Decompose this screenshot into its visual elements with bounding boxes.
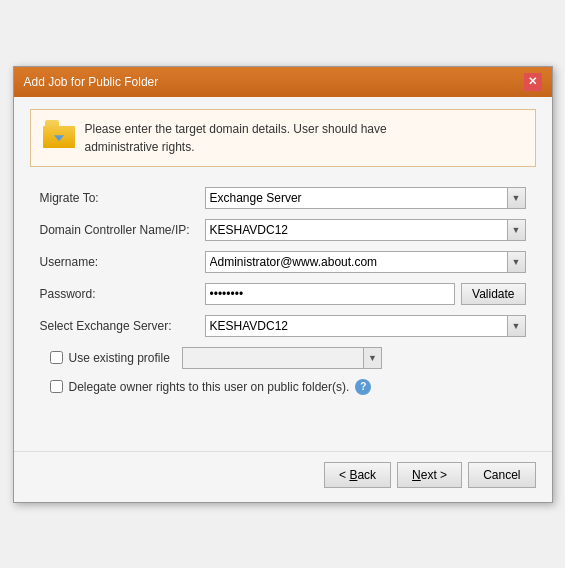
validate-button[interactable]: Validate bbox=[461, 283, 525, 305]
info-box: Please enter the target domain details. … bbox=[30, 109, 536, 167]
migrate-to-control: ▼ bbox=[205, 187, 526, 209]
close-button[interactable]: ✕ bbox=[524, 73, 542, 91]
username-row: Username: ▼ bbox=[40, 251, 526, 273]
exchange-server-dropdown-btn[interactable]: ▼ bbox=[507, 316, 525, 336]
password-control: Validate bbox=[205, 283, 526, 305]
help-icon[interactable]: ? bbox=[355, 379, 371, 395]
domain-input[interactable] bbox=[206, 220, 507, 240]
domain-combo[interactable]: ▼ bbox=[205, 219, 526, 241]
exchange-server-control: ▼ bbox=[205, 315, 526, 337]
window-title: Add Job for Public Folder bbox=[24, 75, 159, 89]
profile-combo: ▼ bbox=[182, 347, 382, 369]
dropdown-arrow-icon: ▼ bbox=[512, 193, 521, 203]
info-text: Please enter the target domain details. … bbox=[85, 120, 387, 156]
delegate-checkbox[interactable] bbox=[50, 380, 63, 393]
next-button[interactable]: Next > bbox=[397, 462, 462, 488]
dropdown-arrow-icon3: ▼ bbox=[512, 257, 521, 267]
domain-label: Domain Controller Name/IP: bbox=[40, 223, 205, 237]
username-input[interactable] bbox=[206, 252, 507, 272]
form-area: Migrate To: ▼ Domain Controller Name/IP: bbox=[30, 187, 536, 395]
content-area: Please enter the target domain details. … bbox=[14, 97, 552, 411]
use-existing-profile-label: Use existing profile bbox=[69, 351, 170, 365]
back-button[interactable]: < Back bbox=[324, 462, 391, 488]
exchange-server-input[interactable] bbox=[206, 316, 507, 336]
migrate-to-input[interactable] bbox=[206, 188, 507, 208]
title-bar: Add Job for Public Folder ✕ bbox=[14, 67, 552, 97]
profile-dropdown-btn: ▼ bbox=[363, 348, 381, 368]
password-row: Password: Validate bbox=[40, 283, 526, 305]
username-combo[interactable]: ▼ bbox=[205, 251, 526, 273]
dropdown-arrow-icon5: ▼ bbox=[368, 353, 377, 363]
username-dropdown-btn[interactable]: ▼ bbox=[507, 252, 525, 272]
back-underline: B bbox=[349, 468, 357, 482]
use-existing-profile-checkbox[interactable] bbox=[50, 351, 63, 364]
cancel-button[interactable]: Cancel bbox=[468, 462, 535, 488]
main-window: Add Job for Public Folder ✕ Please enter… bbox=[13, 66, 553, 503]
dropdown-arrow-icon2: ▼ bbox=[512, 225, 521, 235]
migrate-to-dropdown-btn[interactable]: ▼ bbox=[507, 188, 525, 208]
footer: < Back Next > Cancel bbox=[14, 451, 552, 502]
folder-icon bbox=[43, 120, 75, 148]
exchange-server-row: Select Exchange Server: ▼ bbox=[40, 315, 526, 337]
domain-control: ▼ bbox=[205, 219, 526, 241]
domain-dropdown-btn[interactable]: ▼ bbox=[507, 220, 525, 240]
domain-row: Domain Controller Name/IP: ▼ bbox=[40, 219, 526, 241]
profile-input bbox=[183, 348, 363, 368]
exchange-server-label: Select Exchange Server: bbox=[40, 319, 205, 333]
migrate-to-row: Migrate To: ▼ bbox=[40, 187, 526, 209]
delegate-label: Delegate owner rights to this user on pu… bbox=[69, 380, 350, 394]
migrate-to-combo[interactable]: ▼ bbox=[205, 187, 526, 209]
exchange-server-combo[interactable]: ▼ bbox=[205, 315, 526, 337]
dropdown-arrow-icon4: ▼ bbox=[512, 321, 521, 331]
password-input[interactable] bbox=[205, 283, 456, 305]
username-control: ▼ bbox=[205, 251, 526, 273]
password-label: Password: bbox=[40, 287, 205, 301]
username-label: Username: bbox=[40, 255, 205, 269]
migrate-to-label: Migrate To: bbox=[40, 191, 205, 205]
use-existing-profile-row: Use existing profile ▼ bbox=[40, 347, 526, 369]
delegate-row: Delegate owner rights to this user on pu… bbox=[40, 379, 526, 395]
next-underline: N bbox=[412, 468, 421, 482]
